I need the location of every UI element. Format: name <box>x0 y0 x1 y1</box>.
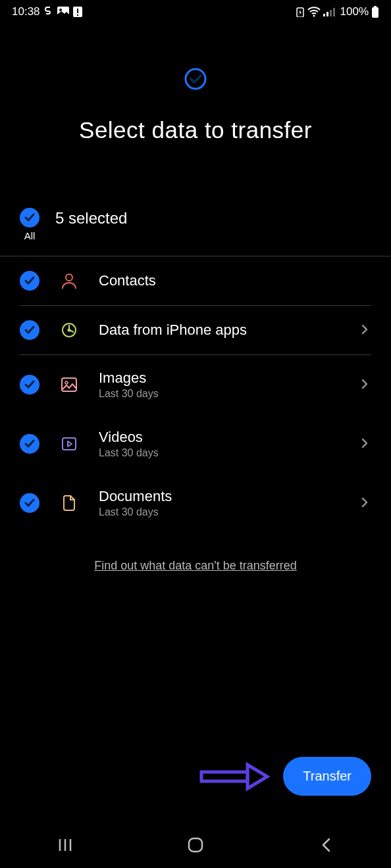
item-subtitle: Last 30 days <box>99 388 340 400</box>
data-category-list: Contacts Data from iPhone apps Images La… <box>0 256 391 533</box>
item-title: Documents <box>99 488 340 505</box>
svg-rect-12 <box>372 7 378 18</box>
signal-icon <box>323 7 335 16</box>
item-title: Images <box>99 370 340 387</box>
transfer-button[interactable]: Transfer <box>283 757 371 796</box>
info-link[interactable]: Find out what data can't be transferred <box>0 559 391 573</box>
nav-recents-button[interactable] <box>45 832 85 858</box>
item-text: Images Last 30 days <box>99 370 340 400</box>
svg-point-16 <box>68 329 71 332</box>
photo-icon <box>57 7 69 17</box>
svg-rect-17 <box>62 378 76 391</box>
item-title: Videos <box>99 429 340 446</box>
list-item-images[interactable]: Images Last 30 days <box>20 355 371 414</box>
item-text: Documents Last 30 days <box>99 488 340 518</box>
item-title: Data from iPhone apps <box>99 322 340 339</box>
svg-point-13 <box>186 69 205 89</box>
chevron-right-icon <box>359 324 371 336</box>
svg-point-18 <box>65 381 68 384</box>
wifi-icon <box>307 7 321 17</box>
battery-icon <box>371 6 379 18</box>
images-icon <box>59 375 79 395</box>
item-title: Contacts <box>99 272 371 289</box>
svg-point-14 <box>66 274 72 281</box>
list-item-iphone-apps[interactable]: Data from iPhone apps <box>20 306 371 355</box>
svg-point-1 <box>59 9 62 11</box>
page-header: Select data to transfer <box>0 67 391 143</box>
svg-rect-4 <box>77 14 78 16</box>
alert-icon <box>73 7 82 17</box>
list-item-contacts[interactable]: Contacts <box>20 256 371 306</box>
chevron-right-icon <box>359 438 371 450</box>
item-subtitle: Last 30 days <box>99 447 340 459</box>
check-icon[interactable] <box>20 271 39 291</box>
videos-icon <box>59 434 79 454</box>
item-text: Videos Last 30 days <box>99 429 340 459</box>
svg-rect-24 <box>189 838 202 852</box>
status-left: 10:38 <box>12 5 82 18</box>
select-all-row[interactable]: All 5 selected <box>0 196 391 256</box>
svg-rect-7 <box>323 14 325 16</box>
page-title: Select data to transfer <box>0 117 391 143</box>
contacts-icon <box>59 271 79 291</box>
select-all-label: All <box>24 230 36 241</box>
chevron-right-icon <box>359 379 371 391</box>
svg-rect-9 <box>330 10 332 16</box>
chevron-right-icon <box>359 497 371 509</box>
battery-percent: 100% <box>340 5 369 18</box>
status-time: 10:38 <box>12 5 40 18</box>
status-right: 100% <box>296 5 379 18</box>
list-item-documents[interactable]: Documents Last 30 days <box>20 473 371 533</box>
svg-rect-20 <box>201 772 248 781</box>
svg-rect-8 <box>326 12 328 16</box>
item-text: Contacts <box>99 272 371 289</box>
list-item-videos[interactable]: Videos Last 30 days <box>20 414 371 473</box>
bottom-area: Transfer <box>199 757 371 796</box>
nav-bar <box>0 822 391 868</box>
nav-back-button[interactable] <box>306 832 346 858</box>
nav-home-button[interactable] <box>176 832 215 858</box>
check-icon[interactable] <box>20 493 39 513</box>
app-status-icon-s <box>44 7 53 17</box>
item-subtitle: Last 30 days <box>99 506 340 518</box>
svg-rect-3 <box>77 9 78 13</box>
item-text: Data from iPhone apps <box>99 322 340 339</box>
svg-rect-10 <box>333 8 335 16</box>
annotation-arrow-icon <box>199 761 271 792</box>
header-check-icon <box>184 67 207 91</box>
svg-rect-19 <box>63 438 76 450</box>
status-bar: 10:38 100% <box>0 0 391 21</box>
svg-point-6 <box>313 15 315 17</box>
apps-data-icon <box>59 320 79 340</box>
svg-rect-11 <box>374 6 377 7</box>
select-all-check-icon[interactable] <box>20 208 39 228</box>
check-icon[interactable] <box>20 375 39 395</box>
check-icon[interactable] <box>20 320 39 340</box>
documents-icon <box>59 493 79 513</box>
check-icon[interactable] <box>20 434 39 454</box>
selected-count: 5 selected <box>55 209 127 228</box>
select-all-control[interactable]: All <box>20 208 39 241</box>
charge-icon <box>296 7 305 17</box>
